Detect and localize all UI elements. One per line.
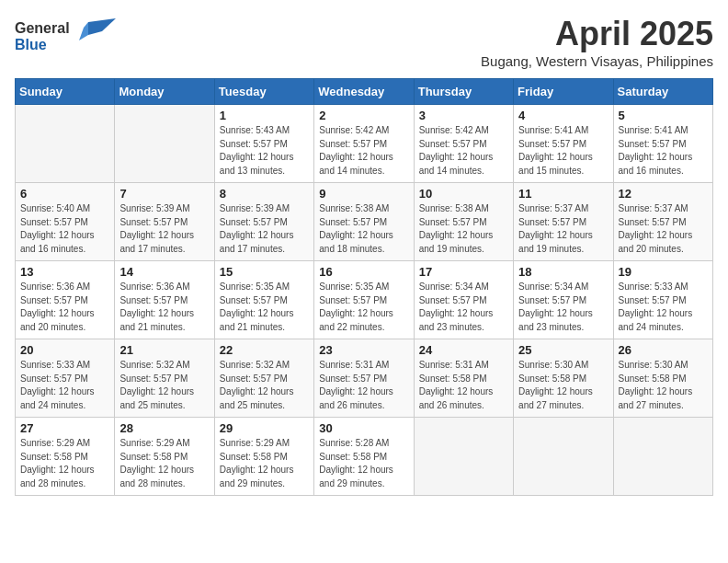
day-info: Sunrise: 5:43 AMSunset: 5:57 PMDaylight:… xyxy=(220,124,309,178)
day-number: 3 xyxy=(419,109,508,122)
calendar-day-cell: 24Sunrise: 5:31 AMSunset: 5:58 PMDayligh… xyxy=(414,339,513,418)
day-info: Sunrise: 5:34 AMSunset: 5:57 PMDaylight:… xyxy=(419,281,508,334)
calendar-day-cell: 4Sunrise: 5:41 AMSunset: 5:57 PMDaylight… xyxy=(514,105,613,183)
day-number: 6 xyxy=(20,187,109,201)
weekday-header: Tuesday xyxy=(214,79,313,105)
day-number: 16 xyxy=(319,265,408,279)
calendar-week-row: 13Sunrise: 5:36 AMSunset: 5:57 PMDayligh… xyxy=(16,261,713,339)
day-number: 28 xyxy=(119,421,209,435)
day-number: 12 xyxy=(619,187,708,201)
day-info: Sunrise: 5:42 AMSunset: 5:57 PMDaylight:… xyxy=(319,124,408,178)
calendar-day-cell xyxy=(613,418,712,496)
calendar-day-cell: 5Sunrise: 5:41 AMSunset: 5:57 PMDaylight… xyxy=(613,105,712,183)
weekday-header: Saturday xyxy=(613,79,712,105)
svg-text:Blue: Blue xyxy=(15,37,47,52)
day-number: 15 xyxy=(220,265,309,279)
calendar-day-cell: 26Sunrise: 5:30 AMSunset: 5:58 PMDayligh… xyxy=(613,339,712,418)
calendar-day-cell xyxy=(115,105,214,183)
day-number: 17 xyxy=(419,265,508,279)
day-number: 8 xyxy=(220,187,309,201)
day-info: Sunrise: 5:30 AMSunset: 5:58 PMDaylight:… xyxy=(619,359,708,412)
day-info: Sunrise: 5:36 AMSunset: 5:57 PMDaylight:… xyxy=(20,281,109,334)
location-subtitle: Bugang, Western Visayas, Philippines xyxy=(481,53,713,69)
calendar-day-cell: 23Sunrise: 5:31 AMSunset: 5:57 PMDayligh… xyxy=(314,339,414,418)
calendar-day-cell: 7Sunrise: 5:39 AMSunset: 5:57 PMDaylight… xyxy=(115,183,214,261)
calendar-day-cell: 6Sunrise: 5:40 AMSunset: 5:57 PMDaylight… xyxy=(16,183,115,261)
calendar-day-cell: 29Sunrise: 5:29 AMSunset: 5:58 PMDayligh… xyxy=(214,418,313,496)
day-number: 11 xyxy=(518,187,608,201)
day-number: 13 xyxy=(20,265,109,279)
day-info: Sunrise: 5:30 AMSunset: 5:58 PMDaylight:… xyxy=(518,359,608,412)
weekday-header: Wednesday xyxy=(314,79,414,105)
day-info: Sunrise: 5:39 AMSunset: 5:57 PMDaylight:… xyxy=(220,202,309,256)
calendar-day-cell: 8Sunrise: 5:39 AMSunset: 5:57 PMDaylight… xyxy=(214,183,313,261)
day-number: 19 xyxy=(619,265,708,279)
title-area: April 2025 Bugang, Western Visayas, Phil… xyxy=(481,15,713,69)
calendar-day-cell: 16Sunrise: 5:35 AMSunset: 5:57 PMDayligh… xyxy=(314,261,414,339)
calendar-day-cell: 10Sunrise: 5:38 AMSunset: 5:57 PMDayligh… xyxy=(414,183,513,261)
day-info: Sunrise: 5:32 AMSunset: 5:57 PMDaylight:… xyxy=(119,359,209,412)
day-number: 4 xyxy=(518,109,608,122)
calendar-day-cell: 21Sunrise: 5:32 AMSunset: 5:57 PMDayligh… xyxy=(115,339,214,418)
calendar-header-row: SundayMondayTuesdayWednesdayThursdayFrid… xyxy=(16,79,713,105)
month-title: April 2025 xyxy=(481,15,713,53)
day-info: Sunrise: 5:32 AMSunset: 5:57 PMDaylight:… xyxy=(220,359,309,412)
calendar-day-cell: 2Sunrise: 5:42 AMSunset: 5:57 PMDaylight… xyxy=(314,105,414,183)
day-info: Sunrise: 5:33 AMSunset: 5:57 PMDaylight:… xyxy=(619,281,708,334)
day-number: 30 xyxy=(319,421,408,435)
calendar-day-cell: 19Sunrise: 5:33 AMSunset: 5:57 PMDayligh… xyxy=(613,261,712,339)
calendar-day-cell xyxy=(514,418,613,496)
weekday-header: Monday xyxy=(115,79,214,105)
svg-text:General: General xyxy=(15,20,70,36)
logo-text: General Blue xyxy=(15,15,116,59)
day-number: 10 xyxy=(419,187,508,201)
day-number: 22 xyxy=(220,343,309,357)
day-number: 24 xyxy=(419,343,508,357)
weekday-header: Friday xyxy=(514,79,613,105)
day-number: 18 xyxy=(518,265,608,279)
calendar-day-cell: 11Sunrise: 5:37 AMSunset: 5:57 PMDayligh… xyxy=(514,183,613,261)
calendar-day-cell: 1Sunrise: 5:43 AMSunset: 5:57 PMDaylight… xyxy=(214,105,313,183)
day-info: Sunrise: 5:28 AMSunset: 5:58 PMDaylight:… xyxy=(319,437,408,490)
calendar-day-cell: 15Sunrise: 5:35 AMSunset: 5:57 PMDayligh… xyxy=(214,261,313,339)
day-info: Sunrise: 5:38 AMSunset: 5:57 PMDaylight:… xyxy=(319,202,408,256)
calendar-week-row: 1Sunrise: 5:43 AMSunset: 5:57 PMDaylight… xyxy=(16,105,713,183)
day-number: 21 xyxy=(119,343,209,357)
calendar-day-cell: 30Sunrise: 5:28 AMSunset: 5:58 PMDayligh… xyxy=(314,418,414,496)
day-info: Sunrise: 5:34 AMSunset: 5:57 PMDaylight:… xyxy=(518,281,608,334)
calendar-day-cell: 22Sunrise: 5:32 AMSunset: 5:57 PMDayligh… xyxy=(214,339,313,418)
day-info: Sunrise: 5:37 AMSunset: 5:57 PMDaylight:… xyxy=(518,202,608,256)
day-info: Sunrise: 5:39 AMSunset: 5:57 PMDaylight:… xyxy=(119,202,209,256)
calendar-week-row: 20Sunrise: 5:33 AMSunset: 5:57 PMDayligh… xyxy=(16,339,713,418)
calendar-day-cell: 27Sunrise: 5:29 AMSunset: 5:58 PMDayligh… xyxy=(16,418,115,496)
day-info: Sunrise: 5:31 AMSunset: 5:58 PMDaylight:… xyxy=(419,359,508,412)
calendar-day-cell: 9Sunrise: 5:38 AMSunset: 5:57 PMDaylight… xyxy=(314,183,414,261)
day-number: 2 xyxy=(319,109,408,122)
calendar-day-cell: 18Sunrise: 5:34 AMSunset: 5:57 PMDayligh… xyxy=(514,261,613,339)
calendar-day-cell: 14Sunrise: 5:36 AMSunset: 5:57 PMDayligh… xyxy=(115,261,214,339)
day-number: 27 xyxy=(20,421,109,435)
calendar-day-cell: 28Sunrise: 5:29 AMSunset: 5:58 PMDayligh… xyxy=(115,418,214,496)
day-info: Sunrise: 5:33 AMSunset: 5:57 PMDaylight:… xyxy=(20,359,109,412)
day-number: 23 xyxy=(319,343,408,357)
day-info: Sunrise: 5:35 AMSunset: 5:57 PMDaylight:… xyxy=(220,281,309,334)
calendar-day-cell: 17Sunrise: 5:34 AMSunset: 5:57 PMDayligh… xyxy=(414,261,513,339)
calendar-week-row: 27Sunrise: 5:29 AMSunset: 5:58 PMDayligh… xyxy=(16,418,713,496)
day-info: Sunrise: 5:37 AMSunset: 5:57 PMDaylight:… xyxy=(619,202,708,256)
day-number: 29 xyxy=(220,421,309,435)
calendar-day-cell: 12Sunrise: 5:37 AMSunset: 5:57 PMDayligh… xyxy=(613,183,712,261)
day-info: Sunrise: 5:40 AMSunset: 5:57 PMDaylight:… xyxy=(20,202,109,256)
day-number: 5 xyxy=(619,109,708,122)
logo: General Blue xyxy=(15,15,116,59)
day-info: Sunrise: 5:31 AMSunset: 5:57 PMDaylight:… xyxy=(319,359,408,412)
calendar-day-cell: 20Sunrise: 5:33 AMSunset: 5:57 PMDayligh… xyxy=(16,339,115,418)
day-info: Sunrise: 5:35 AMSunset: 5:57 PMDaylight:… xyxy=(319,281,408,334)
day-number: 7 xyxy=(119,187,209,201)
day-info: Sunrise: 5:29 AMSunset: 5:58 PMDaylight:… xyxy=(220,437,309,490)
weekday-header: Thursday xyxy=(414,79,513,105)
day-number: 9 xyxy=(319,187,408,201)
calendar-day-cell xyxy=(414,418,513,496)
calendar-day-cell: 25Sunrise: 5:30 AMSunset: 5:58 PMDayligh… xyxy=(514,339,613,418)
day-info: Sunrise: 5:29 AMSunset: 5:58 PMDaylight:… xyxy=(20,437,109,490)
weekday-header: Sunday xyxy=(16,79,115,105)
